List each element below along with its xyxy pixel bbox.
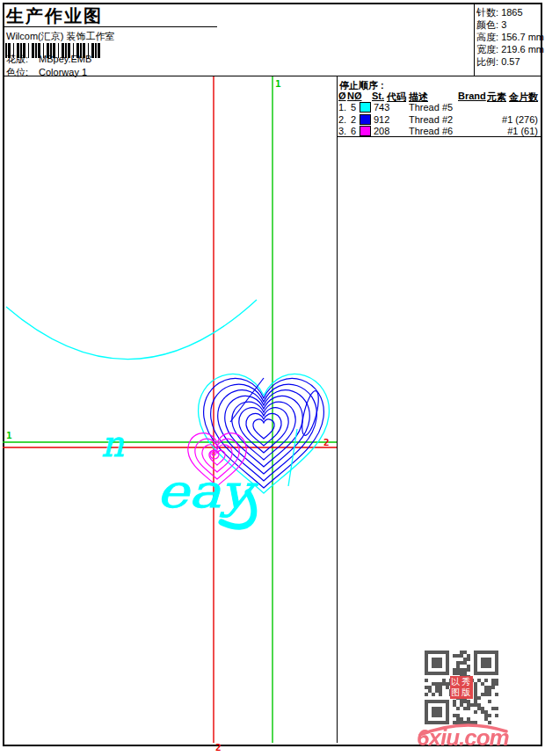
sequin-count: #1 (276): [488, 114, 538, 125]
end-marker-label-right: 2: [323, 437, 330, 448]
stitch-count-line: 针数: 1865: [476, 6, 544, 18]
design-canvas: 1 1 2 n eay: [3, 76, 337, 743]
col-needle: NØ: [347, 91, 362, 101]
title-underline: [3, 26, 217, 27]
design-info-box: 针数: 1865 颜色: 3 高度: 156.7 mm 宽度: 219.6 mm…: [476, 6, 544, 68]
col-st: St.: [372, 91, 384, 101]
start-marker-label-top: 1: [275, 78, 281, 90]
thread-description: Thread #6: [409, 126, 453, 136]
site-logo-text: 6xiu.com: [417, 724, 509, 752]
info-box-divider: [474, 3, 475, 76]
row-index: 1.: [338, 102, 346, 113]
needle-number: 2: [351, 114, 356, 125]
end-marker-label-bottom: 2: [215, 742, 222, 753]
lettering-n: n: [101, 424, 124, 464]
col-brand: Brand: [458, 91, 486, 101]
needle-number: 5: [351, 102, 356, 113]
start-marker-lines: 1 1: [3, 76, 337, 743]
col-sequins: 金片数: [509, 91, 538, 104]
row-index: 2.: [338, 114, 346, 125]
thread-description: Thread #5: [409, 102, 453, 113]
thread-color-swatch: [360, 126, 371, 136]
width-line: 宽度: 219.6 mm: [476, 43, 544, 55]
height-line: 高度: 156.7 mm: [476, 31, 544, 43]
stamp-logo: 以秀图版: [450, 676, 473, 699]
color-count-line: 颜色: 3: [476, 18, 544, 31]
page-title: 生产作业图: [6, 4, 103, 28]
needle-number: 6: [351, 126, 356, 136]
lettering-eay: eay: [156, 465, 258, 518]
row-index: 3.: [338, 126, 346, 136]
design-file-line: 花版: MBpey.EMB: [6, 53, 91, 66]
design-file-label: 花版:: [6, 53, 36, 66]
design-file-value: MBpey.EMB: [39, 54, 91, 64]
thread-code: 743: [374, 102, 389, 113]
start-marker-label-left: 1: [6, 430, 12, 441]
col-hash: Ø: [338, 91, 346, 101]
right-column-divider: [337, 76, 338, 743]
thread-description: Thread #2: [409, 114, 453, 125]
end-marker-lines: 2: [3, 76, 337, 743]
table-bottom-border: [337, 136, 541, 137]
sequin-count: #1 (61): [488, 126, 538, 136]
studio-name: Wilcom(汇京) 装饰工作室: [6, 30, 114, 43]
thread-code: 208: [374, 126, 389, 136]
scale-line: 比例: 0.57: [476, 55, 544, 68]
thread-color-swatch: [360, 114, 371, 125]
arc-run-stitch: [6, 300, 257, 360]
thread-code: 912: [374, 114, 389, 125]
thread-color-swatch: [360, 102, 371, 113]
col-element: 元素: [487, 91, 506, 104]
